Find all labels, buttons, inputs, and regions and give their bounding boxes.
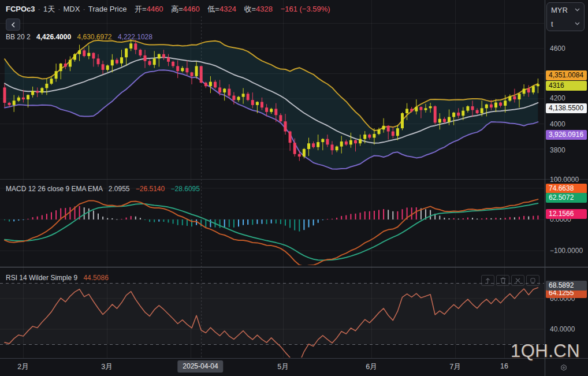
axis-tick: 4000 (550, 120, 565, 129)
ohlc-low: 低=4324 (207, 5, 236, 13)
axis-tick: 4600 (550, 44, 565, 53)
macd-histogram-badge: 12.1566 (546, 209, 587, 219)
axis-tick: 4200 (550, 94, 565, 103)
time-tick: 6月 (366, 362, 377, 372)
exchange-label: MDX (64, 5, 80, 13)
header-separator: · (58, 5, 60, 13)
back-button[interactable] (6, 18, 20, 31)
series-type-label: Trade Price (88, 5, 127, 13)
close-icon (515, 278, 520, 283)
watermark: 1QH.CN (511, 341, 580, 362)
bb-params: 20 2 (17, 33, 30, 41)
macd-signal-value: −28.6095 (171, 185, 200, 193)
time-tick: 5月 (277, 362, 288, 372)
symbol-header[interactable]: FCPOc3·1天·MDX·Trade Price 开=4460 高=4460 … (6, 4, 330, 14)
ohlc-close: 收=4328 (244, 5, 273, 13)
axis-tick: 40.0000 (550, 325, 575, 334)
pane-delete-button[interactable] (496, 275, 509, 286)
rsi-params: 14 Wilder Simple 9 (19, 274, 77, 282)
symbol-name[interactable]: FCPOc3 (6, 5, 35, 13)
change-label: −161 (−3.59%) (281, 5, 330, 13)
macd-line-value: −26.5140 (136, 185, 165, 193)
header-separator: · (38, 5, 40, 13)
macd-hist-value: 2.0955 (109, 185, 130, 193)
macd-params: 12 26 close 9 EMA EMA (28, 185, 103, 193)
arrow-up-icon (485, 278, 490, 284)
right-axis[interactable]: 4600420040003800100.00000.0000−100.00006… (545, 0, 588, 358)
settings-hexagon-icon (560, 363, 567, 373)
time-axis[interactable]: 2月3月5月6月7月162025-04-04 (0, 358, 588, 376)
bb-legend[interactable]: BB 20 2 4,426.4000 4,630.6972 4,222.1028 (6, 33, 152, 41)
macd-signal-badge: 62.5072 (546, 193, 587, 203)
time-tick: 2月 (17, 362, 28, 372)
pane-maximize-button[interactable] (526, 275, 539, 286)
maximize-icon (530, 278, 535, 283)
bb-upper-badge: 4,351.0084 (546, 70, 587, 80)
rsi-value: 44.5086 (83, 274, 108, 282)
pane-divider-macd-rsi[interactable] (0, 267, 588, 267)
pane-toolbar (481, 275, 539, 286)
macd-legend[interactable]: MACD 12 26 close 9 EMA EMA 2.0955 −26.51… (6, 185, 200, 193)
axis-tick: −100.0000 (550, 246, 583, 255)
currency-value: MYR (551, 6, 568, 14)
rsi-legend[interactable]: RSI 14 Wilder Simple 9 44.5086 (6, 274, 109, 282)
rsi-title: RSI (6, 274, 17, 282)
axis-tick: 3800 (550, 146, 565, 155)
interval-label[interactable]: 1天 (43, 5, 55, 13)
time-axis-settings-button[interactable] (557, 360, 571, 374)
axis-tick: 100.0000 (550, 175, 579, 184)
chevron-left-icon (11, 22, 16, 28)
bb-lower-badge: 3,926.0916 (546, 130, 587, 140)
trading-chart-window: FCPOc3·1天·MDX·Trade Price 开=4460 高=4460 … (0, 0, 588, 376)
time-tick: 7月 (449, 362, 460, 372)
pane-divider-main-macd[interactable] (0, 179, 588, 180)
last-price-badge: 4316 (546, 81, 587, 91)
time-tick: 16 (500, 362, 508, 370)
pane-close-button[interactable] (511, 275, 524, 286)
ohlc-high: 高=4460 (171, 5, 200, 13)
unit-dropdown[interactable]: t (547, 17, 584, 31)
currency-dropdown[interactable]: MYR (547, 3, 584, 17)
bb-upper-value: 4,630.6972 (77, 33, 111, 41)
header-separator: · (83, 5, 85, 13)
chevron-down-icon (575, 22, 580, 25)
trash-icon (500, 277, 506, 284)
pane-move-up-button[interactable] (481, 275, 494, 286)
rsi-line-badge: 68.5892 (546, 281, 587, 291)
macd-title: MACD (6, 185, 26, 193)
bb-basis-value: 4,426.4000 (36, 33, 71, 41)
unit-value: t (551, 20, 553, 28)
bb-title: BB (6, 33, 15, 41)
currency-unit-selector: MYR t (546, 2, 585, 31)
time-tick: 3月 (101, 362, 112, 372)
ohlc-open: 开=4460 (135, 5, 163, 13)
crosshair-date-badge: 2025-04-04 (177, 360, 223, 373)
bb-lower-value: 4,222.1028 (118, 33, 152, 41)
chevron-down-icon (575, 8, 580, 12)
bb-basis-badge: 4,138.5500 (546, 103, 587, 113)
macd-line-badge: 74.6638 (546, 184, 587, 193)
